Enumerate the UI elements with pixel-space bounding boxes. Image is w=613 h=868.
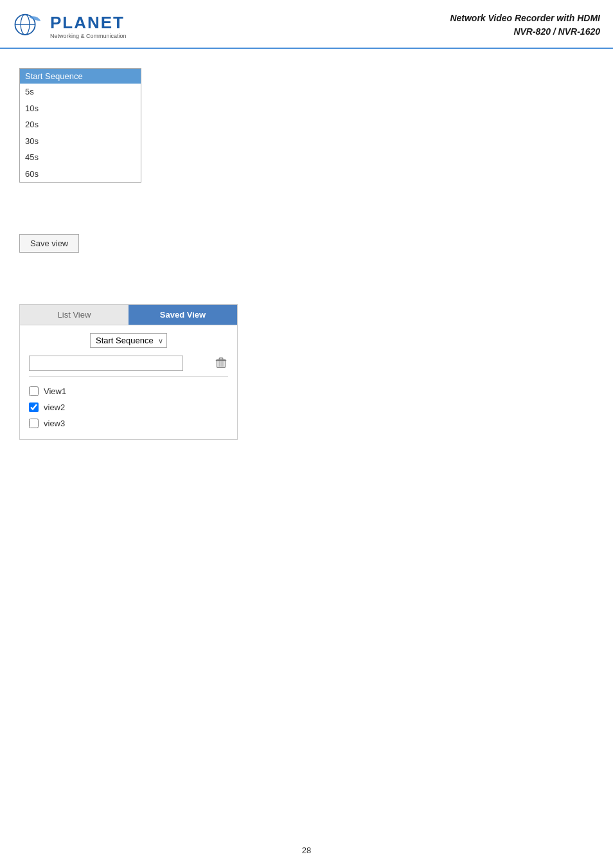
- tabs-header: List View Saved View: [20, 305, 237, 325]
- header-title-area: Network Video Recorder with HDMI NVR-820…: [450, 9, 600, 39]
- tab-saved-view[interactable]: Saved View: [129, 305, 237, 325]
- page-number: 28: [302, 845, 311, 855]
- save-view-button[interactable]: Save view: [19, 234, 79, 253]
- dropdown-header: Start Sequence: [20, 69, 141, 84]
- logo-planet-text: PLANET: [50, 13, 127, 33]
- dropdown-item[interactable]: 45s: [20, 149, 141, 166]
- delete-icon[interactable]: [214, 356, 228, 370]
- view-list-item: view3: [29, 415, 228, 431]
- page-header: PLANET Networking & Communication Networ…: [0, 0, 613, 49]
- view-items-container: View1view2view3: [29, 383, 228, 431]
- view-checkbox[interactable]: [29, 402, 39, 412]
- logo-subtitle-text: Networking & Communication: [50, 33, 127, 39]
- view-list-item: view2: [29, 399, 228, 415]
- view-list-item: View1: [29, 383, 228, 399]
- save-view-section: Save view: [19, 234, 594, 253]
- svg-rect-6: [222, 361, 223, 366]
- start-sequence-row: Start Sequence 5s 10s 20s 30s 45s 60s: [29, 333, 228, 348]
- new-view-name-input[interactable]: [29, 356, 183, 371]
- new-view-input-row: [29, 356, 228, 377]
- dropdown-item[interactable]: 5s: [20, 84, 141, 100]
- dropdown-item[interactable]: 60s: [20, 166, 141, 183]
- view-checkbox[interactable]: [29, 386, 39, 396]
- dropdown-item[interactable]: 30s: [20, 133, 141, 150]
- dropdown-items-list: 5s10s20s30s45s60s: [20, 84, 141, 182]
- dropdown-item[interactable]: 10s: [20, 100, 141, 117]
- header-title-line1: Network Video Recorder with HDMI: [450, 13, 600, 23]
- view-label: view3: [44, 419, 65, 428]
- header-title: Network Video Recorder with HDMI NVR-820…: [450, 12, 600, 39]
- tab-list-view[interactable]: List View: [20, 305, 129, 325]
- start-sequence-select[interactable]: Start Sequence 5s 10s 20s 30s 45s 60s: [90, 333, 167, 348]
- main-content: Start Sequence 5s10s20s30s45s60s Save vi…: [0, 49, 613, 453]
- header-title-line2: NVR-820 / NVR-1620: [513, 26, 600, 37]
- logo-area: PLANET Networking & Communication: [13, 9, 127, 42]
- start-sequence-wrapper: Start Sequence 5s 10s 20s 30s 45s 60s: [90, 333, 167, 348]
- svg-rect-8: [219, 358, 223, 360]
- planet-logo-icon: [13, 9, 46, 42]
- dropdown-item[interactable]: 20s: [20, 116, 141, 133]
- svg-rect-4: [218, 361, 219, 366]
- start-sequence-dropdown: Start Sequence 5s10s20s30s45s60s: [19, 68, 141, 183]
- tabs-panel: List View Saved View Start Sequence 5s 1…: [19, 304, 238, 440]
- logo-text-area: PLANET Networking & Communication: [50, 13, 127, 39]
- svg-rect-5: [220, 361, 221, 366]
- view-label: view2: [44, 402, 65, 412]
- view-label: View1: [44, 386, 66, 396]
- tab-content-saved-view: Start Sequence 5s 10s 20s 30s 45s 60s: [20, 325, 237, 439]
- view-checkbox[interactable]: [29, 419, 39, 428]
